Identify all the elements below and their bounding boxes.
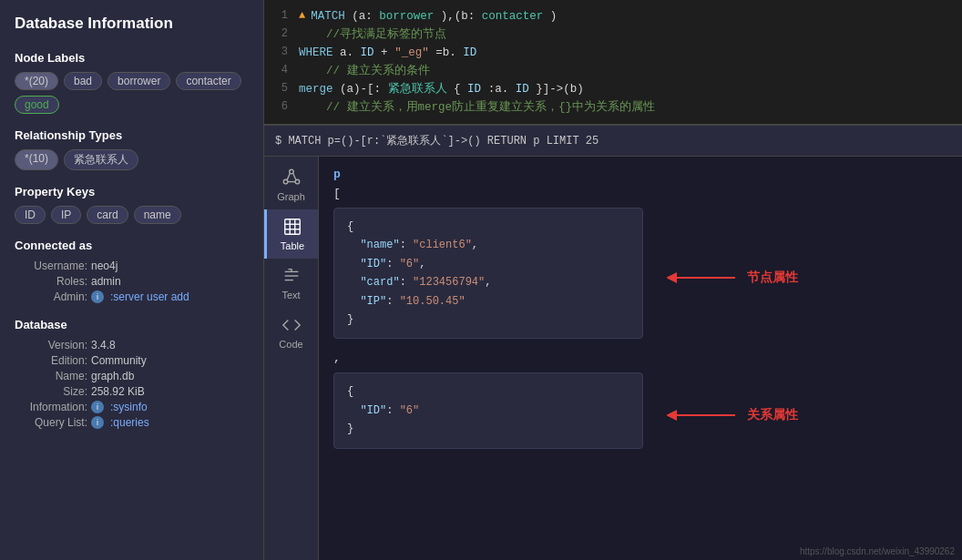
code-line-4: 4 // 建立关系的条件 bbox=[264, 62, 962, 80]
size-row: Size: 258.92 KiB bbox=[15, 385, 249, 398]
node-tag-bad[interactable]: bad bbox=[64, 72, 102, 90]
version-label: Version: bbox=[15, 339, 87, 351]
text-label: Text bbox=[281, 290, 300, 300]
node-labels-title: Node Labels bbox=[15, 51, 249, 65]
code-label: Code bbox=[279, 339, 302, 350]
card2-annotation-text: 关系属性 bbox=[747, 407, 798, 423]
code-line-1: 1 ▲ MATCH (a: borrower ),(b: contacter ) bbox=[264, 7, 962, 25]
code-editor: 1 ▲ MATCH (a: borrower ),(b: contacter )… bbox=[264, 0, 962, 126]
name-label: Name: bbox=[15, 370, 87, 382]
relationship-types-title: Relationship Types bbox=[15, 128, 249, 142]
svg-point-0 bbox=[289, 169, 293, 174]
main-content: 1 ▲ MATCH (a: borrower ),(b: contacter )… bbox=[264, 0, 962, 560]
admin-info-icon: i bbox=[91, 290, 104, 303]
code-line-3: 3 WHERE a. ID + "_eg" =b. ID bbox=[264, 44, 962, 62]
name-value: graph.db bbox=[91, 370, 134, 382]
query-list-value[interactable]: :queries bbox=[110, 416, 149, 429]
database-title: Database bbox=[15, 318, 249, 331]
property-keys-title: Property Keys bbox=[15, 185, 249, 199]
prop-tag-ip[interactable]: IP bbox=[51, 206, 81, 224]
query-list-label: Query List: bbox=[15, 416, 87, 429]
graph-icon bbox=[281, 168, 302, 188]
node-tag-all[interactable]: *(20) bbox=[15, 72, 58, 90]
warning-icon-1: ▲ bbox=[299, 7, 305, 25]
card1-container: { "name": "client6", "ID": "6", "card": … bbox=[333, 208, 643, 348]
sidebar-title: Database Information bbox=[15, 15, 249, 33]
line-num-6: 6 bbox=[271, 98, 288, 116]
username-value: neo4j bbox=[91, 260, 118, 272]
svg-line-3 bbox=[286, 173, 289, 180]
table-icon bbox=[282, 217, 302, 237]
roles-row: Roles: admin bbox=[15, 275, 249, 288]
relationship-tags: *(10) 紧急联系人 bbox=[15, 149, 249, 170]
card1-annotation: 节点属性 bbox=[667, 267, 798, 289]
icon-panel: Graph Table Text bbox=[264, 157, 319, 560]
version-value: 3.4.8 bbox=[91, 339, 116, 351]
information-row: Information: i :sysinfo bbox=[15, 401, 249, 413]
node-labels-tags: *(20) bad borrower contacter good bbox=[15, 72, 249, 114]
result-column-label: p bbox=[333, 168, 947, 181]
graph-label: Graph bbox=[277, 191, 305, 202]
prop-tag-card[interactable]: card bbox=[87, 206, 128, 224]
code-line-2: 2 //寻找满足标签的节点 bbox=[264, 25, 962, 44]
node-tag-borrower[interactable]: borrower bbox=[107, 72, 170, 90]
result-card-1: { "name": "client6", "ID": "6", "card": … bbox=[333, 208, 643, 339]
table-label: Table bbox=[281, 240, 304, 251]
result-card-2: { "ID": "6" } bbox=[333, 372, 643, 448]
result-comma: , bbox=[333, 351, 947, 365]
table-button[interactable]: Table bbox=[264, 209, 318, 259]
svg-rect-6 bbox=[285, 219, 301, 235]
roles-label: Roles: bbox=[15, 275, 87, 288]
connected-title: Connected as bbox=[15, 239, 249, 252]
line-num-3: 3 bbox=[271, 44, 288, 61]
version-row: Version: 3.4.8 bbox=[15, 339, 249, 351]
line-num-4: 4 bbox=[271, 62, 288, 79]
information-info-icon: i bbox=[91, 401, 104, 413]
line-num-2: 2 bbox=[271, 25, 288, 43]
information-value[interactable]: :sysinfo bbox=[110, 401, 148, 413]
card2-arrow-icon bbox=[667, 404, 740, 426]
prop-tag-id[interactable]: ID bbox=[15, 206, 46, 224]
name-row: Name: graph.db bbox=[15, 370, 249, 382]
svg-line-4 bbox=[292, 173, 295, 180]
information-label: Information: bbox=[15, 401, 87, 413]
card1-annotation-text: 节点属性 bbox=[747, 270, 798, 286]
node-tag-contacter[interactable]: contacter bbox=[176, 72, 240, 90]
size-label: Size: bbox=[15, 385, 87, 398]
admin-label: Admin: bbox=[15, 290, 87, 303]
text-button[interactable]: Text bbox=[264, 259, 318, 308]
username-label: Username: bbox=[15, 260, 87, 272]
username-row: Username: neo4j bbox=[15, 260, 249, 272]
sidebar: Database Information Node Labels *(20) b… bbox=[0, 0, 264, 560]
query-list-info-icon: i bbox=[91, 416, 104, 429]
card2-container: { "ID": "6" } 关系属性 bbox=[333, 372, 643, 457]
code-line-5: 5 merge (a)-[: 紧急联系人 { ID :a. ID }]->(b) bbox=[264, 80, 962, 98]
edition-value: Community bbox=[91, 354, 147, 367]
rel-tag-emergency[interactable]: 紧急联系人 bbox=[64, 149, 138, 170]
query-list-row: Query List: i :queries bbox=[15, 416, 249, 429]
line-num-1: 1 bbox=[271, 7, 288, 25]
watermark: https://blog.csdn.net/weixin_43990262 bbox=[800, 546, 955, 556]
code-icon bbox=[281, 315, 302, 335]
card1-arrow-icon bbox=[667, 267, 740, 289]
edition-label: Edition: bbox=[15, 354, 87, 367]
results-section: Graph Table Text bbox=[264, 157, 962, 560]
result-open-bracket: [ bbox=[333, 187, 947, 200]
roles-value: admin bbox=[91, 275, 121, 288]
rel-tag-all[interactable]: *(10) bbox=[15, 149, 58, 170]
admin-row: Admin: i :server user add bbox=[15, 290, 249, 303]
query-text: $ MATCH p=()-[r:`紧急联系人`]->() RETURN p LI… bbox=[275, 135, 599, 148]
line-num-5: 5 bbox=[271, 80, 288, 97]
graph-button[interactable]: Graph bbox=[264, 160, 318, 209]
code-line-6: 6 // 建立关系，用merge防止重复建立关系，{}中为关系的属性 bbox=[264, 98, 962, 117]
admin-value[interactable]: :server user add bbox=[110, 290, 189, 303]
text-icon bbox=[281, 266, 302, 286]
query-bar: $ MATCH p=()-[r:`紧急联系人`]->() RETURN p LI… bbox=[264, 126, 962, 157]
node-tag-good[interactable]: good bbox=[15, 96, 59, 114]
result-content: p [ { "name": "client6", "ID": "6", "car… bbox=[319, 157, 962, 560]
property-tags: ID IP card name bbox=[15, 206, 249, 224]
code-button[interactable]: Code bbox=[264, 308, 318, 357]
prop-tag-name[interactable]: name bbox=[134, 206, 181, 224]
edition-row: Edition: Community bbox=[15, 354, 249, 367]
size-value: 258.92 KiB bbox=[91, 385, 145, 398]
